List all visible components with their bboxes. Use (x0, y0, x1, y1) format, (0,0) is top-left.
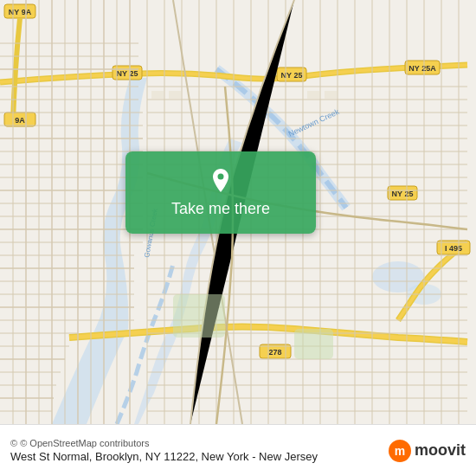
location-pin-icon (207, 167, 235, 195)
address-text: West St Normal, Brooklyn, NY 11222, New … (10, 450, 389, 463)
svg-text:NY 25: NY 25 (281, 71, 303, 80)
bottom-left-info: © © OpenStreetMap contributors West St N… (10, 438, 389, 463)
svg-point-111 (218, 174, 224, 180)
take-me-there-label: Take me there (171, 200, 270, 218)
svg-rect-109 (307, 91, 319, 99)
svg-rect-106 (294, 329, 333, 359)
take-me-there-button[interactable]: Take me there (125, 151, 316, 234)
moovit-m-letter: m (395, 444, 405, 458)
svg-text:278: 278 (268, 348, 281, 357)
svg-text:NY 25A: NY 25A (408, 64, 436, 73)
svg-rect-107 (151, 91, 164, 99)
svg-text:9A: 9A (15, 116, 25, 125)
moovit-name: moovit (415, 441, 466, 460)
svg-rect-110 (325, 91, 337, 99)
osm-attribution: © © OpenStreetMap contributors (10, 438, 389, 448)
bottom-bar: © © OpenStreetMap contributors West St N… (0, 424, 476, 476)
svg-text:NY 25: NY 25 (117, 69, 138, 78)
svg-text:I 495: I 495 (445, 244, 462, 253)
svg-rect-105 (173, 294, 225, 338)
svg-rect-108 (169, 91, 181, 99)
moovit-logo: m moovit (389, 440, 466, 462)
map-container: 278 NY 25 NY 25 NY 25A I 495 NY 9A 9A NY… (0, 0, 476, 424)
osm-link: © OpenStreetMap contributors (20, 438, 149, 448)
copyright-symbol: © (10, 438, 17, 448)
svg-text:NY 9A: NY 9A (9, 8, 32, 16)
moovit-m-icon: m (389, 440, 411, 462)
